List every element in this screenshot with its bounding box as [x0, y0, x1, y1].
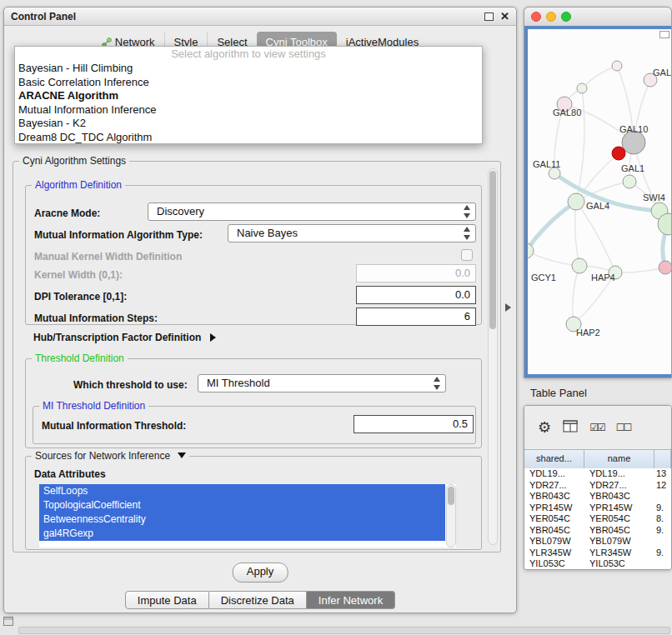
network-node[interactable] — [568, 193, 584, 210]
sources-group-title[interactable]: Sources for Network Inference — [32, 450, 189, 462]
cell — [654, 536, 671, 548]
network-window-titlebar[interactable] — [524, 8, 671, 27]
network-node[interactable] — [623, 175, 636, 188]
network-edge[interactable] — [528, 202, 576, 251]
manual-kernel-checkbox[interactable] — [461, 249, 473, 261]
algorithm-option-bayesian-k2[interactable]: Bayesian - K2 — [15, 117, 482, 131]
node-label-swi4: SWI4 — [643, 192, 665, 202]
float-window-icon[interactable] — [484, 12, 494, 21]
unchecked-boxes-icon[interactable]: ☐☐ — [616, 422, 631, 433]
close-traffic-light-icon[interactable] — [531, 12, 541, 22]
settings-scrollbar[interactable] — [488, 168, 498, 545]
apply-button[interactable]: Apply — [233, 562, 288, 582]
dpi-tolerance-field[interactable]: 0.0 — [356, 286, 476, 304]
stepper-icon[interactable] — [462, 227, 473, 240]
table-row[interactable]: YDR27...YDR27...12 — [524, 480, 671, 492]
attribute-item-gal4rgexp[interactable]: gal4RGexp — [39, 527, 445, 541]
cell — [654, 558, 671, 569]
canvas-corner-box[interactable] — [659, 31, 669, 38]
network-node[interactable] — [622, 131, 645, 154]
network-node[interactable] — [577, 83, 587, 93]
bottom-collapsed-panel-bar[interactable] — [18, 627, 670, 634]
hub-section-toggle[interactable]: Hub/Transcription Factor Definition — [33, 332, 216, 343]
attribute-item-selfloops[interactable]: SelfLoops — [39, 484, 445, 498]
cell: YPR145W — [524, 502, 584, 514]
mi-algorithm-type-select[interactable]: Naive Bayes — [228, 224, 476, 242]
algorithm-option-mutual-information-inference[interactable]: Mutual Information Inference — [15, 103, 482, 118]
algorithm-option-aracne-algorithm[interactable]: ARACNE Algorithm — [15, 89, 482, 103]
network-node[interactable] — [612, 61, 622, 71]
bottom-tab-infer-network[interactable]: Infer Network — [307, 591, 395, 609]
table-row[interactable]: YER054CYER054C8. — [524, 513, 671, 525]
control-panel-window: Control Panel ✕ NetworkStyleSelectCyni T… — [3, 7, 517, 613]
column-header-shared-[interactable]: shared... — [524, 450, 584, 468]
aracne-mode-label: Aracne Mode: — [34, 208, 100, 219]
network-edge[interactable] — [582, 66, 617, 88]
checked-boxes-icon[interactable]: ☑☑ — [589, 422, 604, 433]
cell: YBR045C — [584, 525, 654, 537]
table-panel-title: Table Panel — [530, 387, 587, 399]
cell: YBL079W — [524, 536, 584, 548]
table-row[interactable]: YBL079WYBL079W — [524, 536, 671, 548]
network-edge[interactable] — [528, 251, 579, 266]
mi-threshold-label: Mutual Information Threshold: — [42, 420, 186, 432]
minimized-window-icon[interactable] — [3, 617, 13, 626]
network-node[interactable] — [549, 168, 560, 179]
popup-placeholder: Select algorithm to view settings — [15, 47, 482, 62]
dpi-tolerance-label: DPI Tolerance [0,1]: — [34, 291, 127, 302]
mi-threshold-field[interactable]: 0.5 — [354, 415, 474, 433]
cyni-algorithm-settings-group: Cyni Algorithm Settings Algorithm Defini… — [13, 161, 501, 552]
mi-algorithm-type-value: Naive Bayes — [237, 227, 298, 239]
cell: YDR27... — [524, 480, 584, 492]
attributes-scrollbar[interactable] — [446, 484, 456, 548]
bottom-tab-impute-data[interactable]: Impute Data — [125, 591, 209, 609]
stepper-icon[interactable] — [432, 377, 443, 390]
aracne-mode-select[interactable]: Discovery — [148, 202, 476, 221]
attribute-item-betweennesscentrality[interactable]: BetweennessCentrality — [39, 512, 445, 527]
node-label-gal4: GAL4 — [586, 201, 609, 211]
mi-steps-label: Mutual Information Steps: — [34, 312, 158, 324]
algorithm-option-dream8-dc-tdc-algorithm[interactable]: Dream8 DC_TDC Algorithm — [15, 131, 482, 145]
network-node[interactable] — [528, 243, 534, 258]
network-edge[interactable] — [573, 266, 579, 324]
zoom-traffic-light-icon[interactable] — [561, 12, 571, 22]
cell: YPR145W — [584, 502, 654, 514]
column-header-2[interactable] — [654, 450, 671, 468]
table-row[interactable]: YLR345WYLR345W9. — [524, 548, 671, 559]
table-row[interactable]: YBR045CYBR045C9. — [524, 525, 671, 537]
cell: YBR045C — [524, 525, 584, 537]
network-node[interactable] — [572, 258, 587, 273]
bottom-tab-discretize-data[interactable]: Discretize Data — [209, 591, 307, 609]
network-edge[interactable] — [575, 202, 579, 266]
node-label-hap4: HAP4 — [591, 272, 615, 282]
minimize-traffic-light-icon[interactable] — [546, 12, 556, 22]
algorithm-option-basic-correlation-inference[interactable]: Basic Correlation Inference — [15, 76, 482, 90]
network-edge[interactable] — [615, 268, 665, 272]
table-row[interactable]: YIL053CYIL053C — [524, 558, 671, 569]
table-row[interactable]: YPR145WYPR145W9. — [524, 502, 671, 514]
column-header-name[interactable]: name — [584, 450, 654, 468]
mi-algorithm-type-label: Mutual Information Algorithm Type: — [34, 229, 203, 241]
algorithm-option-bayesian-hill-climbing[interactable]: Bayesian - Hill Climbing — [15, 62, 482, 76]
table-row[interactable]: YDL19...YDL19...13 — [524, 468, 671, 480]
sources-group: Sources for Network Inference Data Attri… — [25, 456, 482, 550]
kernel-width-field[interactable]: 0.0 — [356, 264, 476, 282]
table-row[interactable]: YBR043CYBR043C — [524, 491, 671, 502]
network-node[interactable] — [659, 261, 671, 274]
cell: 9. — [654, 502, 671, 514]
which-threshold-value: MI Threshold — [207, 377, 270, 389]
panel-splitter-arrow-icon[interactable] — [505, 303, 511, 312]
attribute-item-topologicalcoefficient[interactable]: TopologicalCoefficient — [39, 498, 445, 512]
network-canvas[interactable]: GALGAL80GAL10GAL11GAL1SWI4GAL4GCY1HAP4HA… — [524, 26, 671, 378]
network-edge[interactable] — [576, 88, 584, 202]
column-browser-icon[interactable] — [563, 420, 578, 436]
mi-threshold-definition-group: MI Threshold Definition Mutual Informati… — [33, 406, 476, 444]
which-threshold-select[interactable]: MI Threshold — [198, 374, 446, 392]
hub-section-label: Hub/Transcription Factor Definition — [33, 332, 201, 343]
network-node[interactable] — [612, 147, 625, 160]
gear-icon[interactable]: ⚙ — [538, 418, 551, 437]
close-icon[interactable]: ✕ — [500, 12, 509, 22]
mi-steps-field[interactable]: 6 — [356, 308, 476, 326]
control-panel-titlebar[interactable]: Control Panel ✕ — [4, 8, 516, 26]
stepper-icon[interactable] — [462, 205, 473, 218]
